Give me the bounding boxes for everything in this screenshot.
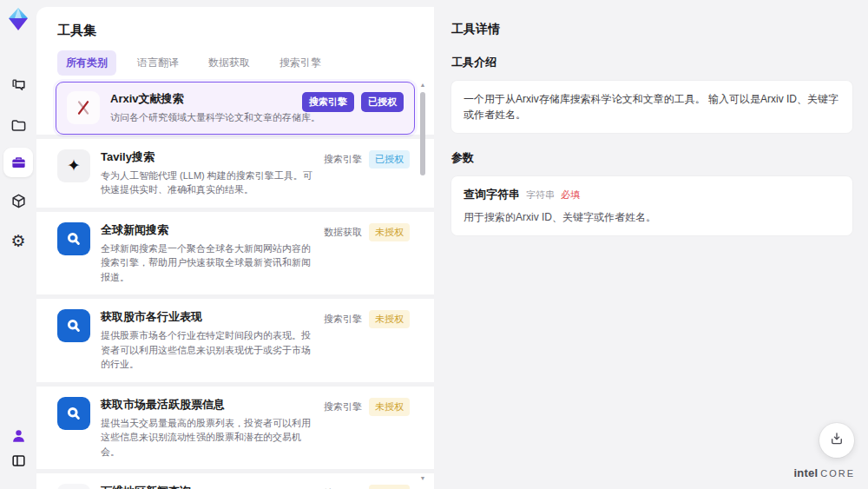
folder-icon [10, 117, 27, 134]
param-type: 字符串 [526, 188, 555, 202]
param-card: 查询字符串 字符串 必填 用于搜索的Arxiv ID、关键字或作者姓名。 [451, 176, 852, 235]
param-required-badge: 必填 [561, 188, 580, 202]
sparkle-icon: ✦ [57, 149, 90, 182]
tool-description: 提供当天交易量最高的股票列表，投资者可以利用这些信息来识别流动性强的股票和潜在的… [101, 416, 319, 459]
details-title: 工具详情 [451, 22, 852, 37]
tool-card-arxiv[interactable]: Arxiv文献搜索 访问各个研究领域大量科学论文和文章的存储库。 搜索引擎 已授… [56, 82, 415, 135]
category-label: 搜索引擎 [324, 313, 362, 326]
status-badge: 未授权 [369, 485, 410, 489]
category-label: 搜索引擎 [324, 153, 362, 166]
tool-description: 专为人工智能代理 (LLM) 构建的搜索引擎工具。可快速提供实时、准确和真实的结… [101, 169, 319, 197]
category-tabs: 所有类别 语言翻译 数据获取 搜索引擎 [57, 50, 413, 76]
category-badge: 搜索引擎 [302, 92, 354, 112]
blue-search-icon [57, 222, 90, 255]
brand-core-text: CORE [820, 468, 855, 479]
intro-text: 一个用于从Arxiv存储库搜索科学论文和文章的工具。 输入可以是Arxiv ID… [464, 91, 840, 122]
tab-language-translation[interactable]: 语言翻译 [128, 50, 187, 76]
sidebar-collapse-button[interactable] [3, 446, 33, 475]
param-name: 查询字符串 [464, 187, 520, 202]
tool-description: 提供股票市场各个行业在特定时间段内的表现。投资者可以利用这些信息来识别表现优于或… [101, 328, 319, 372]
panel-toggle-icon [10, 453, 27, 469]
arxiv-logo-icon [67, 91, 100, 124]
scrollbar-thumb[interactable] [420, 92, 425, 175]
status-badge: 已授权 [369, 150, 410, 169]
status-badge: 未授权 [369, 310, 410, 328]
sidebar-item-files[interactable] [3, 110, 33, 140]
tab-search-engine[interactable]: 搜索引擎 [271, 50, 330, 76]
tool-card-sector-performance[interactable]: 获取股市各行业表现 提供股票市场各个行业在特定时间段内的表现。投资者可以利用这些… [36, 299, 434, 382]
list-scrollbar[interactable]: ▲ ▼ [419, 82, 426, 482]
status-badge: 已授权 [361, 92, 404, 112]
intro-card: 一个用于从Arxiv存储库搜索科学论文和文章的工具。 输入可以是Arxiv ID… [451, 81, 852, 133]
tool-card-most-active-stocks[interactable]: 获取市场最活跃股票信息 提供当天交易量最高的股票列表，投资者可以利用这些信息来识… [36, 387, 434, 470]
newspaper-icon [57, 484, 90, 489]
intel-core-logo: intel CORE [793, 466, 855, 479]
sidebar-item-settings[interactable]: ⚙ [3, 226, 33, 255]
tool-details-panel: 工具详情 工具介绍 一个用于从Arxiv存储库搜索科学论文和文章的工具。 输入可… [451, 0, 852, 235]
download-button[interactable] [819, 423, 854, 458]
page-title: 工具集 [57, 23, 413, 39]
tool-card-global-news[interactable]: 全球新闻搜索 全球新闻搜索是一个聚合全球各大新闻网站内容的搜索引擎，帮助用户快速… [36, 212, 434, 295]
tab-data-fetch[interactable]: 数据获取 [200, 50, 259, 76]
scroll-down-icon[interactable]: ▼ [420, 475, 426, 482]
scroll-up-icon[interactable]: ▲ [420, 82, 426, 89]
tool-card-tavily[interactable]: ✦ Tavily搜索 专为人工智能代理 (LLM) 构建的搜索引擎工具。可快速提… [36, 139, 434, 208]
tool-list: Arxiv文献搜索 访问各个研究领域大量科学论文和文章的存储库。 搜索引擎 已授… [36, 82, 434, 489]
status-badge: 未授权 [369, 223, 410, 241]
settings-icon: ⚙ [10, 233, 25, 249]
category-label: 数据获取 [324, 226, 362, 239]
blue-search-icon [57, 397, 90, 430]
cube-icon [10, 193, 27, 209]
left-icon-rail: ⚙ [0, 0, 36, 489]
blue-search-icon [57, 309, 90, 342]
category-label: 搜索引擎 [324, 400, 362, 413]
chat-icon [10, 77, 27, 94]
app-logo[interactable] [6, 7, 30, 31]
intro-section-title: 工具介绍 [451, 55, 852, 70]
sidebar-item-tools[interactable] [3, 148, 33, 177]
tool-description: 访问各个研究领域大量科学论文和文章的存储库。 [110, 110, 404, 125]
tab-all-categories[interactable]: 所有类别 [57, 50, 116, 76]
params-section-title: 参数 [451, 150, 852, 166]
status-badge: 未授权 [369, 398, 410, 416]
user-icon [10, 427, 27, 444]
briefcase-icon [10, 155, 27, 171]
param-description: 用于搜索的Arxiv ID、关键字或作者姓名。 [464, 210, 840, 225]
sidebar-item-chat[interactable] [3, 70, 33, 100]
brand-intel-text: intel [793, 466, 818, 479]
download-icon [829, 431, 845, 450]
tool-card-regional-news[interactable]: 万维地区新闻查询 查询具体行政区划内的新闻，快速了解各地新闻动 搜索引擎 未授权 [36, 473, 434, 489]
tool-description: 全球新闻搜索是一个聚合全球各大新闻网站内容的搜索引擎，帮助用户快速获取全球最新资… [101, 241, 319, 285]
sidebar-item-models[interactable] [3, 186, 33, 215]
toolset-panel: 工具集 所有类别 语言翻译 数据获取 搜索引擎 Arxiv文献搜索 访问各个研究… [36, 7, 434, 489]
